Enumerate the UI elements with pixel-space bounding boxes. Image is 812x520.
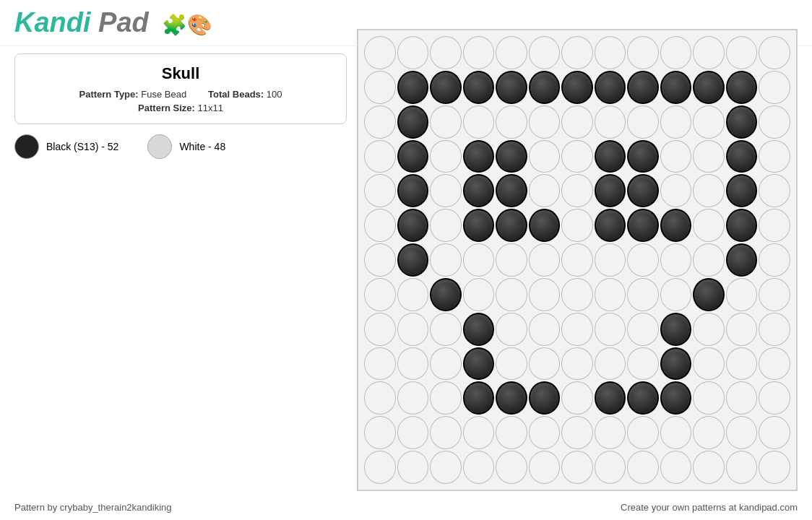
logo: Kandi Pad 🧩🎨 [14, 7, 212, 38]
bead [364, 71, 396, 104]
bead [463, 313, 495, 346]
bead [595, 36, 626, 69]
bead [627, 347, 659, 381]
pattern-size-value: 11x11 [197, 103, 223, 113]
bead [430, 105, 462, 139]
bead [529, 105, 561, 139]
bead [364, 416, 396, 449]
swatch-black [14, 134, 39, 159]
bead [693, 174, 725, 207]
bead [693, 381, 725, 415]
bead [561, 140, 593, 173]
info-card: Skull Pattern Type: Fuse Bead Total Bead… [14, 53, 347, 124]
bead [759, 416, 790, 449]
bead [496, 416, 527, 449]
bead [759, 71, 790, 104]
bead [693, 451, 725, 484]
bead [397, 451, 429, 484]
bead [693, 416, 725, 449]
bead [397, 313, 429, 346]
bead-grid [364, 36, 790, 484]
bead [693, 209, 725, 242]
bead [595, 209, 626, 242]
bead [397, 209, 429, 242]
bead [496, 278, 527, 311]
footer: Pattern by crybaby_therain2kandiking Cre… [0, 502, 812, 513]
pattern-size: Pattern Size: 11x11 [138, 103, 223, 113]
bead [397, 243, 429, 277]
bead [693, 140, 725, 173]
bead [726, 451, 758, 484]
bead [759, 347, 790, 381]
bead [529, 381, 561, 415]
bead [627, 209, 659, 242]
bead [529, 243, 561, 277]
logo-pad: Pad [91, 7, 149, 38]
bead [397, 278, 429, 311]
bead [693, 243, 725, 277]
bead [759, 36, 790, 69]
bead [364, 347, 396, 381]
bead [726, 36, 758, 69]
legend-black-label: Black (S13) - 52 [46, 141, 118, 152]
bead [364, 140, 396, 173]
pattern-size-label: Pattern Size: [138, 103, 195, 113]
bead [430, 347, 462, 381]
bead [397, 105, 429, 139]
bead [726, 243, 758, 277]
bead [627, 174, 659, 207]
footer-left: Pattern by crybaby_therain2kandiking [14, 502, 172, 513]
bead [463, 140, 495, 173]
bead [496, 381, 527, 415]
bead [595, 313, 626, 346]
bead [430, 416, 462, 449]
bead [693, 36, 725, 69]
bead [430, 140, 462, 173]
bead [660, 416, 692, 449]
bead [693, 347, 725, 381]
bead [496, 174, 527, 207]
bead [726, 347, 758, 381]
bead [759, 278, 790, 311]
bead [693, 278, 725, 311]
bead [430, 381, 462, 415]
bead [759, 243, 790, 277]
bead [529, 174, 561, 207]
total-beads-label: Total Beads: [208, 89, 264, 100]
bead [397, 174, 429, 207]
bead [430, 209, 462, 242]
bead [364, 313, 396, 346]
bead [561, 209, 593, 242]
bead [627, 313, 659, 346]
bead [529, 347, 561, 381]
bead [627, 278, 659, 311]
bead [561, 71, 593, 104]
bead [660, 451, 692, 484]
bead [529, 313, 561, 346]
bead [496, 347, 527, 381]
bead [561, 105, 593, 139]
bead [595, 347, 626, 381]
bead [430, 174, 462, 207]
bead [660, 347, 692, 381]
pattern-title: Skull [30, 64, 332, 83]
bead [759, 174, 790, 207]
bead [759, 451, 790, 484]
bead [364, 451, 396, 484]
bead [660, 209, 692, 242]
bead [726, 209, 758, 242]
bead [364, 381, 396, 415]
bead [627, 105, 659, 139]
footer-right: Create your own patterns at kandipad.com [621, 502, 798, 513]
bead [364, 36, 396, 69]
bead [660, 36, 692, 69]
bead [463, 243, 495, 277]
bead [529, 278, 561, 311]
bead [364, 278, 396, 311]
total-beads-value: 100 [267, 89, 282, 100]
logo-emoji: 🧩🎨 [162, 14, 212, 36]
legend-white: White - 48 [147, 134, 225, 159]
bead [463, 278, 495, 311]
bead [726, 140, 758, 173]
bead [496, 140, 527, 173]
